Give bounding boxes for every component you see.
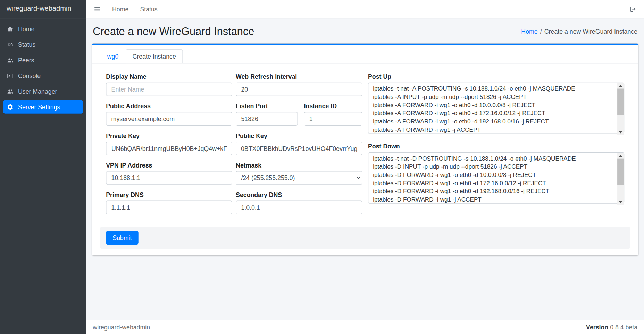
form-left-columns: Display Name Web Refresh Interval [106, 73, 362, 221]
peers-icon [7, 57, 14, 63]
content-wrapper: Create a new WireGuard Instance Home/Cre… [86, 18, 644, 334]
sidebar-item-peers[interactable]: Peers [3, 53, 83, 67]
version-text: Version 0.8.4 beta [586, 324, 637, 331]
web-refresh-interval-field[interactable] [236, 83, 362, 96]
terminal-icon [7, 72, 14, 79]
private-key-label: Private Key [106, 132, 232, 139]
post-down-label: Post Down [368, 143, 624, 150]
brand-title: wireguard-webadmin [0, 0, 86, 18]
form-footer: Submit [100, 227, 630, 249]
secondary-dns-field[interactable] [236, 201, 362, 214]
sidebar-item-label: Console [18, 72, 41, 79]
scroll-down-icon[interactable] [617, 199, 624, 205]
scroll-up-icon[interactable] [617, 153, 624, 159]
scrollbar-thumb[interactable] [617, 159, 624, 185]
vpn-ip-field[interactable] [106, 171, 232, 185]
tab-bar: wg0 Create Instance [92, 45, 638, 63]
post-up-label: Post Up [368, 73, 624, 80]
gear-icon [7, 104, 14, 110]
breadcrumb-home-link[interactable]: Home [521, 28, 537, 35]
display-name-label: Display Name [106, 73, 232, 80]
sidebar-item-status[interactable]: Status [3, 38, 83, 51]
scrollbar-thumb[interactable] [617, 89, 624, 115]
page-footer: wireguard-webadmin Version 0.8.4 beta [86, 320, 644, 334]
navbar-link-home[interactable]: Home [112, 6, 128, 12]
public-key-field[interactable] [236, 142, 362, 155]
submit-button[interactable]: Submit [106, 231, 138, 245]
sidebar-item-server-settings[interactable]: Server Settings [3, 100, 83, 114]
version-label: Version [586, 324, 608, 331]
private-key-field[interactable] [106, 142, 232, 155]
sign-out-icon[interactable] [630, 6, 637, 12]
primary-dns-label: Primary DNS [106, 191, 232, 198]
netmask-label: Netmask [236, 162, 362, 169]
navbar-link-status[interactable]: Status [140, 6, 157, 12]
top-navbar: Home Status [86, 0, 644, 18]
netmask-select[interactable]: /24 (255.255.255.0) [236, 171, 362, 185]
tab-wg0[interactable]: wg0 [100, 49, 126, 63]
sidebar-item-label: Home [18, 25, 34, 32]
public-address-field[interactable] [106, 112, 232, 126]
listen-port-label: Listen Port [236, 103, 298, 110]
card-body: Display Name Web Refresh Interval [92, 63, 638, 255]
primary-dns-field[interactable] [106, 201, 232, 214]
content-spacer [86, 255, 644, 320]
page-title: Create a new WireGuard Instance [93, 25, 254, 38]
instance-card: wg0 Create Instance Display Name [92, 43, 638, 255]
footer-brand: wireguard-webadmin [93, 324, 150, 331]
public-address-label: Public Address [106, 103, 232, 110]
hamburger-icon[interactable] [94, 6, 101, 12]
instance-id-label: Instance ID [304, 103, 362, 110]
home-icon [7, 26, 14, 32]
post-down-scrollbar[interactable] [617, 153, 624, 205]
sidebar-item-label: User Manager [18, 88, 57, 95]
post-up-scrollbar[interactable] [617, 83, 624, 135]
tab-create-instance[interactable]: Create Instance [125, 49, 183, 63]
sidebar-nav: Home Status Peers Console User Manager S… [0, 18, 86, 119]
sidebar-item-label: Peers [18, 57, 34, 63]
instance-form: Display Name Web Refresh Interval [100, 73, 630, 221]
web-refresh-interval-label: Web Refresh Interval [236, 73, 362, 80]
sidebar-item-home[interactable]: Home [3, 22, 83, 36]
gauge-icon [7, 41, 14, 48]
listen-port-field[interactable] [236, 112, 298, 126]
post-down-textarea[interactable]: iptables -t nat -D POSTROUTING -s 10.188… [368, 152, 624, 204]
instance-id-field[interactable] [304, 112, 362, 126]
scroll-up-icon[interactable] [617, 83, 624, 89]
breadcrumb-separator: / [540, 28, 542, 35]
version-value: 0.8.4 beta [610, 324, 637, 331]
breadcrumb: Home/Create a new WireGuard Instance [521, 28, 637, 35]
sidebar-item-console[interactable]: Console [3, 69, 83, 83]
main-area: Home Status Create a new WireGuard Insta… [86, 0, 644, 334]
display-name-field[interactable] [106, 83, 232, 96]
form-right-column: Post Up iptables -t nat -A POSTROUTING -… [368, 73, 624, 221]
breadcrumb-current: Create a new WireGuard Instance [544, 28, 637, 35]
sidebar: wireguard-webadmin Home Status Peers Con… [0, 0, 86, 334]
sidebar-item-label: Server Settings [18, 103, 60, 110]
app-root: wireguard-webadmin Home Status Peers Con… [0, 0, 644, 334]
scroll-down-icon[interactable] [617, 129, 624, 135]
sidebar-item-label: Status [18, 41, 35, 48]
sidebar-item-user-manager[interactable]: User Manager [3, 85, 83, 98]
public-key-label: Public Key [236, 132, 362, 139]
vpn-ip-label: VPN IP Address [106, 162, 232, 169]
post-up-textarea[interactable]: iptables -t nat -A POSTROUTING -s 10.188… [368, 83, 624, 134]
users-icon [7, 88, 14, 95]
secondary-dns-label: Secondary DNS [236, 191, 362, 198]
page-header: Create a new WireGuard Instance Home/Cre… [86, 18, 644, 43]
